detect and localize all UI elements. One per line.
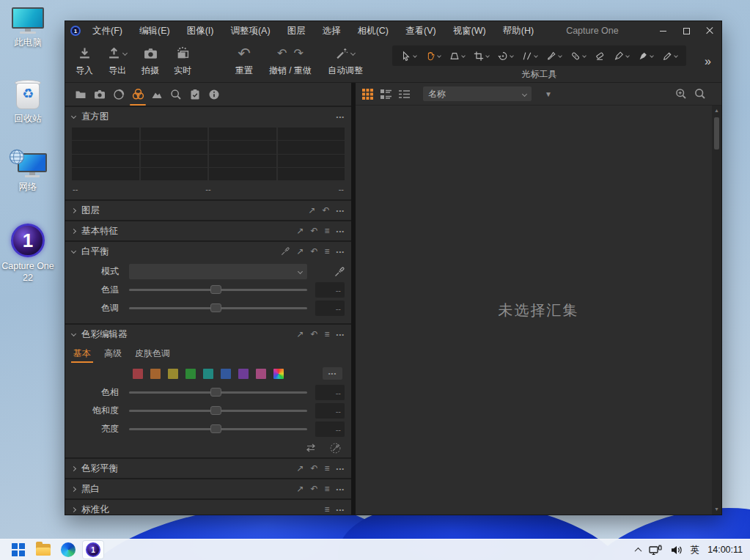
redo-icon[interactable]: ↷ [294, 47, 304, 60]
brush-tool[interactable] [546, 51, 562, 62]
loupe-tool[interactable] [449, 51, 465, 62]
compact-list-view-button[interactable] [399, 89, 410, 100]
wb-eyedropper-icon[interactable] [334, 267, 345, 277]
capture-button[interactable]: 拍摄 [139, 40, 162, 82]
tab-details[interactable] [166, 83, 185, 106]
swatch-purple[interactable] [238, 369, 249, 379]
color-editor-header[interactable]: 色彩编辑器 ↗ ↶ ≡ ••• [65, 325, 351, 344]
pick-color-eyedropper-icon[interactable] [330, 443, 341, 454]
filter-icon[interactable]: ▼ [545, 90, 552, 98]
swatch-cyan[interactable] [203, 369, 213, 379]
select-tool[interactable] [401, 51, 416, 62]
desktop-icon-capture-one[interactable]: 1 Capture One 22 [1, 224, 55, 284]
maximize-button[interactable] [674, 21, 698, 40]
reset-button[interactable]: ↶ 重置 [232, 40, 256, 82]
undo-redo-button[interactable]: ↶ ↷ 撤销 / 重做 [266, 40, 315, 82]
straighten-tool[interactable] [522, 51, 537, 62]
more-icon[interactable]: ••• [337, 465, 345, 472]
tab-metadata[interactable] [205, 83, 224, 106]
swatch-all-colors[interactable] [273, 369, 284, 379]
erase-tool[interactable] [595, 51, 605, 62]
normalization-header[interactable]: 标准化 ≡ ••• [65, 500, 351, 515]
tab-advanced[interactable]: 高级 [104, 344, 122, 363]
network-icon[interactable] [649, 545, 663, 556]
tab-adjustments[interactable] [185, 83, 205, 106]
lightness-slider[interactable] [129, 428, 307, 430]
taskbar-clock[interactable]: 14:00:11 [707, 545, 743, 555]
menu-image[interactable]: 图像(I) [187, 25, 214, 37]
expand-icon[interactable]: ↗ [308, 206, 315, 215]
marker-tool[interactable] [638, 51, 653, 62]
menu-select[interactable]: 选择 [323, 25, 341, 37]
layers-header[interactable]: 图层 ↗ ↶ ••• [65, 201, 351, 220]
wb-temperature-slider[interactable] [129, 289, 307, 291]
reset-icon[interactable]: ↶ [311, 226, 318, 235]
more-icon[interactable]: ••• [337, 506, 345, 513]
preset-menu-icon[interactable]: ≡ [325, 247, 330, 256]
tab-exposure[interactable] [147, 83, 166, 106]
swatch-orange[interactable] [150, 369, 161, 379]
menu-window[interactable]: 视窗(W) [453, 25, 486, 37]
sort-by-select[interactable]: 名称 [423, 86, 532, 101]
grid-view-button[interactable] [362, 89, 373, 100]
base-characteristics-header[interactable]: 基本特征 ↗ ↶ ≡ ••• [65, 221, 351, 240]
tab-capture[interactable] [90, 83, 109, 106]
eyedropper-icon[interactable] [281, 247, 290, 256]
expand-icon[interactable]: ↗ [296, 485, 304, 493]
toolbar-overflow-button[interactable]: » [702, 55, 714, 68]
import-button[interactable]: 导入 [73, 40, 96, 82]
browser-scrollbar[interactable]: ▲ ▼ [712, 106, 721, 515]
expand-icon[interactable]: ↗ [296, 247, 304, 256]
swatch-magenta[interactable] [256, 369, 266, 379]
tab-color[interactable] [128, 83, 147, 106]
close-button[interactable] [698, 21, 721, 40]
swatch-more-button[interactable]: ••• [323, 367, 342, 380]
preset-menu-icon[interactable]: ≡ [325, 505, 330, 514]
live-button[interactable]: 实时 [171, 40, 194, 82]
color-balance-header[interactable]: 色彩平衡 ↗ ↶ ≡ ••• [65, 459, 351, 478]
preset-menu-icon[interactable]: ≡ [325, 464, 330, 473]
wb-temperature-value[interactable]: -- [315, 282, 345, 298]
capture-one-taskbar-button[interactable]: 1 [82, 540, 104, 559]
file-explorer-button[interactable] [32, 540, 54, 559]
menu-layers[interactable]: 图层 [287, 25, 306, 37]
more-icon[interactable]: ••• [337, 248, 345, 255]
tab-skin-tone[interactable]: 皮肤色调 [135, 344, 170, 363]
scroll-down-icon[interactable]: ▼ [714, 506, 719, 512]
more-icon[interactable]: ••• [337, 486, 345, 493]
reset-icon[interactable]: ↶ [311, 330, 318, 339]
slider-handle[interactable] [210, 285, 221, 294]
expand-icon[interactable]: ↗ [296, 226, 304, 235]
desktop-icon-network[interactable]: 网络 [1, 149, 55, 194]
ime-indicator[interactable]: 英 [691, 544, 700, 556]
pencil-tool[interactable] [662, 51, 677, 62]
pen-tool[interactable] [614, 51, 629, 62]
auto-adjust-button[interactable]: 自动调整 [325, 40, 366, 82]
histogram-header[interactable]: 直方图 ••• [65, 107, 351, 126]
menu-edit[interactable]: 编辑(E) [139, 25, 170, 37]
expand-icon[interactable]: ↗ [296, 464, 304, 473]
swatch-green[interactable] [185, 369, 196, 379]
menu-view[interactable]: 查看(V) [405, 25, 436, 37]
preset-menu-icon[interactable]: ≡ [325, 485, 330, 493]
tab-library[interactable] [71, 83, 90, 106]
more-icon[interactable]: ••• [337, 114, 345, 120]
edge-button[interactable] [57, 540, 79, 559]
lightness-value[interactable]: -- [315, 421, 345, 437]
menu-camera[interactable]: 相机(C) [358, 25, 389, 37]
slider-handle[interactable] [210, 388, 221, 397]
scroll-up-icon[interactable]: ▲ [714, 108, 719, 114]
slider-handle[interactable] [210, 424, 221, 433]
reset-icon[interactable]: ↶ [323, 206, 330, 215]
more-icon[interactable]: ••• [337, 228, 345, 235]
white-balance-header[interactable]: 白平衡 ↗ ↶ ≡ ••• [65, 242, 351, 261]
wb-mode-select[interactable] [129, 264, 307, 279]
heal-tool[interactable] [570, 51, 586, 62]
crop-tool[interactable] [474, 51, 489, 62]
scrollbar-thumb[interactable] [714, 117, 719, 150]
menu-help[interactable]: 帮助(H) [503, 25, 534, 37]
tab-basic[interactable]: 基本 [73, 344, 91, 363]
menu-file[interactable]: 文件(F) [92, 25, 122, 37]
swatch-blue[interactable] [221, 369, 231, 379]
swap-arrows-icon[interactable] [305, 443, 317, 452]
